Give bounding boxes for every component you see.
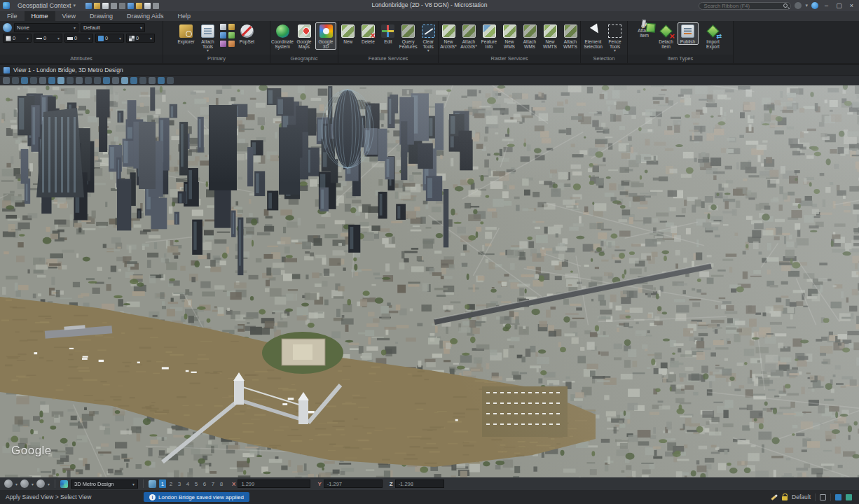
google-maps-button[interactable]: Google Maps (294, 22, 315, 50)
tab-drawing[interactable]: Drawing (83, 11, 120, 21)
active-symbology-select[interactable]: Default▾ (81, 23, 145, 32)
window-area-icon[interactable] (67, 77, 74, 84)
undo-icon[interactable] (111, 3, 117, 9)
search-input[interactable] (702, 2, 781, 10)
save-icon[interactable] (94, 3, 100, 9)
point-clouds-icon[interactable] (228, 41, 235, 47)
view-toggle-8[interactable]: 8 (218, 479, 225, 488)
view-attributes-icon[interactable] (3, 77, 10, 84)
quick-tool-2-button[interactable] (20, 479, 29, 488)
zoom-out-icon[interactable] (57, 77, 64, 84)
view-toggle-1[interactable]: 1 (159, 479, 166, 488)
selection-status-icon[interactable] (835, 494, 841, 500)
quick-tool-3-button[interactable] (36, 479, 45, 488)
user-avatar[interactable] (811, 2, 818, 9)
coordinate-system-button[interactable]: Coordinate System (272, 22, 293, 50)
google-3d-button[interactable]: Google 3D (315, 22, 336, 50)
tab-view[interactable]: View (55, 11, 83, 21)
clip-volume-icon[interactable] (149, 77, 156, 84)
tab-home[interactable]: Home (25, 11, 55, 21)
z-coordinate-field[interactable]: -1.298 (395, 479, 444, 488)
fence-status-icon[interactable] (820, 494, 826, 500)
active-line-style-select[interactable]: 0▾ (34, 34, 62, 43)
publish-button[interactable]: Publish (678, 22, 699, 45)
display-style-icon[interactable] (12, 77, 19, 84)
new-arcgis-button[interactable]: New ArcGIS* (439, 22, 458, 50)
navigate-icon[interactable] (112, 77, 119, 84)
delete-icon[interactable] (144, 3, 151, 9)
lock-icon[interactable] (782, 496, 788, 500)
attach-arcgis-button[interactable]: Attach ArcGIS* (459, 22, 479, 50)
saved-view-select[interactable]: 3D Metro Design ▾ (71, 479, 138, 489)
redo-icon[interactable] (119, 3, 125, 9)
active-attributes-icon[interactable] (3, 23, 12, 32)
view-toggle-4[interactable]: 4 (184, 479, 191, 488)
new-button[interactable]: New (338, 22, 358, 45)
walk-icon[interactable] (103, 77, 110, 84)
tab-help[interactable]: Help (170, 11, 198, 21)
references-icon[interactable] (228, 32, 235, 38)
pan-view-icon[interactable] (94, 77, 101, 84)
explorer-button[interactable]: Explorer (176, 22, 197, 45)
delete-button[interactable]: Delete (359, 22, 378, 45)
query-features-button[interactable]: Query Features (399, 22, 418, 50)
edit-button[interactable]: Edit (378, 22, 398, 45)
view-toggle-2[interactable]: 2 (167, 479, 174, 488)
new-wmts-button[interactable]: New WMTS (540, 22, 560, 50)
import-export-button[interactable]: Import Export (699, 22, 727, 50)
work-mode-icon[interactable] (846, 494, 852, 500)
view-toggle-7[interactable]: 7 (209, 479, 217, 488)
view-next-icon[interactable] (130, 77, 137, 84)
quick-tool-1-button[interactable] (4, 479, 13, 488)
feature-info-button[interactable]: Feature Info (479, 22, 499, 50)
ribbon-search[interactable] (699, 2, 791, 10)
element-info-icon[interactable] (136, 3, 142, 9)
attach-wmts-button[interactable]: Attach WMTS (561, 22, 580, 50)
adjust-brightness-icon[interactable] (21, 77, 28, 84)
view-group-icon[interactable] (149, 480, 156, 488)
rotate-view-icon[interactable] (85, 77, 92, 84)
zoom-in-icon[interactable] (48, 77, 55, 84)
clear-tools-button[interactable]: Clear Tools▾ (418, 22, 438, 53)
level-manager-icon[interactable] (228, 24, 235, 30)
raster-manager-icon[interactable] (220, 41, 226, 47)
new-wms-button[interactable]: New WMS (500, 22, 519, 50)
fence-tools-button[interactable]: Fence Tools▾ (605, 22, 626, 53)
aerial-3d-map[interactable] (0, 85, 859, 477)
y-coordinate-field[interactable]: -1.297 (324, 479, 383, 488)
workflow-selector[interactable]: Geospatial Context ▾ (13, 0, 80, 11)
close-button[interactable]: × (847, 1, 856, 10)
maximize-button[interactable]: ▢ (834, 1, 844, 10)
view-setup-icon[interactable] (30, 77, 37, 84)
attach-item-button[interactable]: Attach Item (634, 22, 655, 38)
active-transparency-select[interactable]: 0▾ (126, 34, 155, 43)
detach-item-button[interactable]: Detach Item (656, 22, 677, 50)
level-display-icon[interactable] (220, 32, 226, 38)
clip-mask-icon[interactable] (158, 77, 165, 84)
view-window-titlebar[interactable]: View 1 - London Bridge, 3D Metro Design (0, 65, 859, 76)
popset-button[interactable]: PopSet (237, 22, 258, 45)
open-icon[interactable] (102, 3, 109, 9)
active-line-weight-select[interactable]: 0▾ (64, 34, 93, 43)
new-file-icon[interactable] (85, 3, 92, 9)
view-toggle-3[interactable]: 3 (176, 479, 183, 488)
element-selection-button[interactable]: Element Selection (583, 22, 604, 50)
models-icon[interactable] (220, 24, 226, 30)
attach-tools-button[interactable]: Attach Tools▾ (198, 22, 219, 53)
attach-wms-button[interactable]: Attach WMS (520, 22, 540, 50)
minimize-button[interactable]: – (822, 1, 831, 10)
view-1-viewport[interactable]: Google (0, 85, 859, 477)
connection-status-icon[interactable] (795, 2, 802, 9)
fit-view-icon[interactable] (76, 77, 83, 84)
view-toggle-5[interactable]: 5 (193, 479, 200, 488)
pencil-icon[interactable] (771, 494, 777, 500)
active-color-select[interactable]: 0▾ (3, 34, 32, 43)
saved-views-icon[interactable] (167, 77, 174, 84)
view-previous-icon[interactable] (121, 77, 128, 84)
model-link-icon[interactable] (39, 77, 46, 84)
view-toggle-6[interactable]: 6 (201, 479, 208, 488)
print-icon[interactable] (128, 3, 134, 9)
tab-drawing-aids[interactable]: Drawing Aids (120, 11, 171, 21)
more-tools-icon[interactable] (153, 3, 159, 9)
tab-file[interactable]: File (0, 11, 25, 21)
